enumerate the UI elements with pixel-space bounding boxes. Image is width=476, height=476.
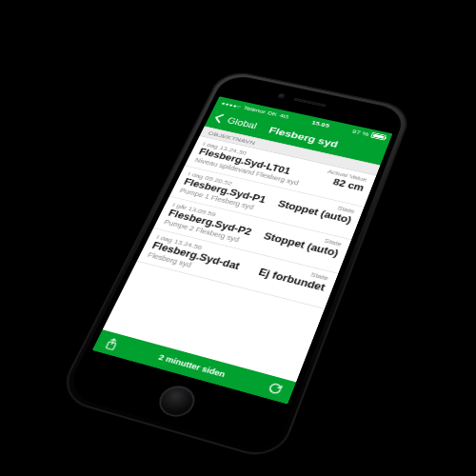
battery-icon [370, 132, 387, 141]
share-button[interactable] [104, 337, 120, 351]
screen: ●●●●○ Telenor DK 4G 15.05 87 % Global Fl [92, 96, 393, 404]
network-label: 4G [279, 112, 290, 120]
refresh-icon [266, 381, 284, 396]
svg-rect-0 [106, 342, 116, 350]
back-button[interactable] [212, 113, 227, 124]
phone-frame: ●●●●○ Telenor DK 4G 15.05 87 % Global Fl [55, 69, 413, 463]
value-header: State [309, 271, 329, 283]
object-value: Ej forbundet [257, 267, 327, 293]
share-icon [104, 337, 120, 351]
value-header: State [324, 237, 344, 248]
object-subtitle: Flesberg syd [147, 250, 323, 302]
phone-camera [278, 93, 286, 99]
chevron-left-icon [212, 113, 227, 124]
refresh-button[interactable] [266, 381, 284, 396]
home-button[interactable] [154, 383, 200, 421]
phone-speaker [293, 98, 326, 108]
